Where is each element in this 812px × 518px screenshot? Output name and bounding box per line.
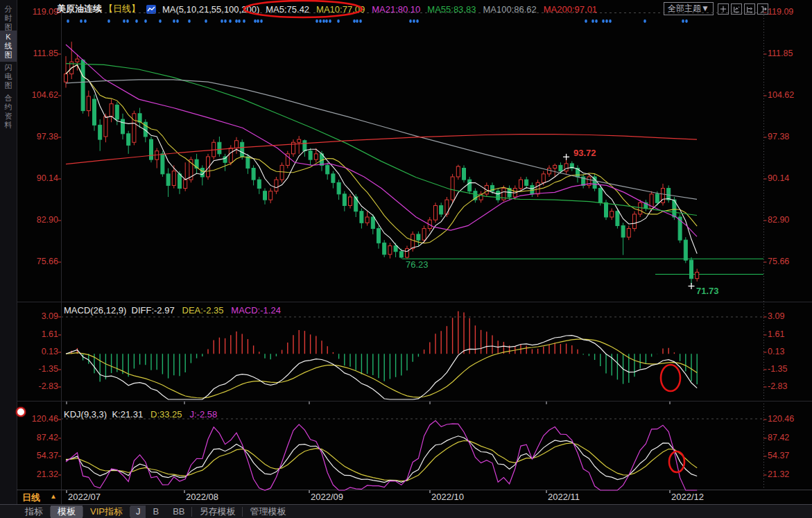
popout-icon[interactable]	[757, 3, 768, 15]
candle-up	[292, 142, 295, 154]
signal-dot	[685, 19, 688, 23]
signal-dot	[144, 19, 147, 23]
candle-up	[132, 114, 136, 142]
candle-down	[621, 225, 625, 237]
candle-down	[121, 119, 125, 134]
signal-dot	[176, 19, 179, 23]
price-axis-label-right: 120.46	[768, 414, 794, 424]
period-collapse-arrow[interactable]: ▲	[50, 492, 57, 500]
candle-down	[360, 211, 363, 223]
candle-down	[655, 194, 659, 202]
candle-up	[349, 197, 352, 205]
signal-dot	[235, 19, 238, 23]
candle-down	[394, 245, 397, 251]
candle-down	[257, 180, 261, 188]
candle-down	[195, 159, 198, 168]
candle-up	[269, 191, 273, 200]
bottom-tab-管理模板[interactable]: 管理模板	[243, 506, 293, 518]
candle-down	[127, 134, 130, 146]
signal-dot	[682, 19, 684, 23]
top-right-controls: 全部主题▼	[664, 2, 768, 15]
candle-down	[246, 157, 250, 169]
ma-values: MA5:75.42MA10:77.09MA21:80.10MA55:83.83M…	[266, 4, 597, 15]
candle-down	[684, 240, 687, 260]
candle-up	[451, 177, 454, 200]
ma-line	[66, 441, 697, 481]
price-axis-label-right: 54.37	[768, 451, 789, 460]
candle-down	[371, 217, 374, 229]
signal-dot	[356, 19, 359, 23]
candle-down	[144, 122, 147, 137]
peak-price-annotation: 93.72	[573, 148, 596, 158]
bottom-tab-VIP指标[interactable]: VIP指标	[83, 506, 130, 518]
price-axis-label-left: 75.66	[18, 257, 58, 266]
signal-dot	[260, 19, 263, 23]
bottom-tab-J[interactable]: J	[130, 506, 146, 518]
signal-dot	[602, 19, 605, 23]
axis-scale-icon[interactable]	[731, 3, 742, 15]
price-axis-label-left: 82.90	[18, 215, 58, 225]
signal-dot	[337, 19, 340, 23]
theme-dropdown-button[interactable]: 全部主题▼	[664, 2, 714, 15]
sidebar-tab-闪电图[interactable]: 闪电图	[0, 61, 17, 92]
candle-down	[115, 105, 119, 119]
axis-shift-icon[interactable]	[744, 3, 755, 15]
candle-down	[468, 180, 472, 191]
sidebar-tab-K线图[interactable]: K线图	[0, 31, 17, 62]
signal-dot	[159, 19, 162, 23]
left-sidebar: 分时图K线图闪电图合约资料	[0, 0, 17, 518]
price-axis-label-left: -2.83	[18, 381, 58, 391]
candle-up	[280, 165, 284, 180]
candle-up	[406, 249, 409, 257]
macd-diff-value: DIFF:-2.97	[132, 305, 175, 316]
move-icon[interactable]	[718, 3, 729, 15]
candle-up	[662, 189, 665, 203]
top-bar: 美原油连续 【日线】 MA(5,10,21,55,100,200) MA5:75…	[57, 0, 597, 18]
price-axis-label-right: 119.09	[768, 7, 793, 17]
signal-dot	[413, 19, 415, 23]
low-price-annotation: 71.73	[696, 286, 719, 296]
macd-dea-value: DEA:-2.35	[182, 305, 224, 316]
ma-value: MA10:77.09	[316, 4, 365, 15]
signal-dot	[416, 19, 419, 23]
candle-up	[456, 166, 460, 177]
price-axis-label-right: 111.85	[768, 49, 793, 58]
candle-down	[570, 164, 573, 169]
sidebar-tab-合约资料[interactable]: 合约资料	[0, 92, 17, 132]
bottom-tab-指标[interactable]: 指标	[18, 506, 50, 518]
candle-up	[76, 59, 79, 62]
price-axis-label-left: 21.32	[18, 469, 58, 479]
bottom-tab-另存模板[interactable]: 另存模板	[192, 506, 242, 518]
bottom-tab-B[interactable]: B	[146, 506, 166, 518]
signal-dot	[123, 19, 126, 23]
candle-up	[172, 171, 175, 186]
indicator-settings-icon[interactable]	[16, 407, 26, 417]
candle-down	[161, 154, 164, 174]
ma-line	[66, 436, 697, 483]
candle-up	[587, 177, 591, 185]
period-tag: 【日线】	[104, 3, 140, 15]
signal-dot	[229, 19, 232, 23]
candle-up	[155, 151, 159, 159]
bottom-tab-BB[interactable]: BB	[166, 506, 191, 518]
candle-down	[81, 60, 85, 111]
candle-down	[491, 185, 494, 191]
candle-down	[673, 200, 676, 217]
bottom-tab-模板[interactable]: 模板	[51, 506, 83, 518]
ma-line	[66, 336, 697, 399]
candle-up	[70, 62, 74, 74]
kdj-j-value: J:-2.58	[189, 409, 217, 420]
candle-up	[411, 234, 415, 249]
kdj-d-value: D:33.25	[150, 409, 182, 420]
candle-down	[508, 189, 511, 197]
candle-down	[576, 169, 580, 177]
bottom-tab-bar: 指标模板VIP指标JBBB另存模板管理模板	[0, 504, 812, 518]
period-label[interactable]: 日线	[22, 492, 40, 504]
signal-dot	[188, 19, 191, 23]
candle-down	[417, 234, 420, 240]
candle-down	[644, 202, 648, 208]
candle-down	[377, 229, 381, 243]
ma-value: MA55:83.83	[427, 4, 476, 15]
month-label: 2022/08	[186, 492, 218, 502]
sidebar-tab-分时图[interactable]: 分时图	[0, 3, 17, 34]
